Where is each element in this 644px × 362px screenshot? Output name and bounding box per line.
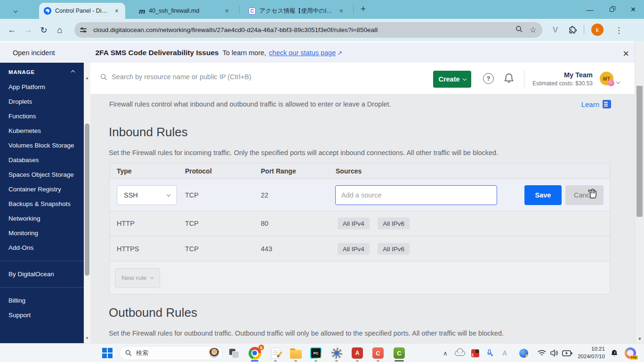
sidebar-section-by-digitalocean[interactable]: By DigitalOcean	[0, 267, 84, 281]
sidebar-item-monitoring[interactable]: Monitoring	[0, 226, 84, 240]
sidebar-item-container-registry[interactable]: Container Registry	[0, 182, 84, 197]
notepad-taskbar-button[interactable]	[268, 344, 282, 362]
restore-button[interactable]	[601, 0, 622, 19]
scroll-down-icon[interactable]: ▼	[84, 336, 90, 340]
source-badge-ipv6[interactable]: All IPv6	[378, 243, 410, 255]
inbound-rules-description: Set the Firewall rules for incoming traf…	[109, 149, 498, 156]
back-icon[interactable]: ←	[4, 25, 20, 35]
sidebar-item-spaces[interactable]: Spaces Object Storage	[0, 167, 84, 182]
tab-close-icon[interactable]: ×	[223, 7, 231, 15]
cancel-button[interactable]: Cancel	[565, 185, 604, 205]
source-badge-ipv4[interactable]: All IPv4	[338, 218, 370, 230]
minimize-button[interactable]: —	[579, 0, 601, 19]
wifi-tray-button[interactable]	[536, 344, 548, 362]
tab-control-panel[interactable]: Control Panel - DigitalOcean ×	[39, 3, 125, 19]
search-highlight-portrait	[209, 348, 219, 358]
focus-bell-icon: z	[610, 349, 619, 357]
tab-access-info[interactable]: C アクセス情報【使用中のIPアドレス確 ×	[244, 3, 350, 19]
profile-avatar[interactable]: k	[591, 24, 604, 36]
camtasia-green-icon: C	[394, 347, 405, 359]
learn-label[interactable]: Learn	[581, 100, 599, 108]
notifications-bell-icon[interactable]	[504, 73, 514, 86]
chrome-taskbar-button[interactable]: k	[247, 344, 263, 362]
home-icon[interactable]: ⌂	[52, 25, 68, 35]
sidebar-item-app-platform[interactable]: App Platform	[0, 80, 84, 94]
task-view-button[interactable]	[227, 344, 241, 362]
a-app-tray-button[interactable]: A	[499, 344, 510, 362]
status-page-link[interactable]: check our status page	[269, 49, 336, 57]
onedrive-tray-button[interactable]	[453, 344, 467, 362]
scroll-up-icon[interactable]: ▲	[84, 76, 90, 80]
new-rule-select[interactable]: New rule	[115, 268, 160, 288]
sidebar-item-volumes[interactable]: Volumes Block Storage	[0, 138, 84, 153]
battery-tray-button[interactable]	[560, 344, 574, 362]
page-scrollbar[interactable]: ▼	[635, 41, 644, 343]
sidebar-scroll-thumb[interactable]	[85, 123, 89, 276]
bookmark-star-icon[interactable]: ☆	[530, 25, 537, 35]
tab-close-icon[interactable]: ×	[338, 7, 345, 15]
forward-icon[interactable]: →	[20, 25, 36, 35]
source-badge-ipv4[interactable]: All IPv4	[338, 243, 370, 255]
new-tab-button[interactable]: +	[357, 4, 370, 14]
rule-type-select[interactable]: SSH	[117, 185, 177, 205]
taskbar-search[interactable]: 検索	[119, 346, 223, 360]
chevron-down-icon[interactable]	[617, 77, 620, 85]
sidebar-scrollbar[interactable]: ▲ ▼	[84, 63, 90, 343]
url-text[interactable]: cloud.digitalocean.com/networking/firewa…	[93, 26, 509, 33]
tab-ssh-firewall[interactable]: m 40_ssh_firewall.md ×	[134, 3, 235, 19]
tab-search-chevron-icon[interactable]	[14, 6, 17, 14]
incident-more-text: To learn more,	[223, 49, 266, 57]
file-explorer-taskbar-button[interactable]	[289, 344, 303, 362]
add-source-input[interactable]	[335, 185, 497, 205]
scroll-down-icon[interactable]: ▼	[635, 337, 644, 341]
camtasia-orange-taskbar-button[interactable]: C	[371, 344, 385, 362]
camtasia-green-taskbar-button[interactable]: C	[392, 344, 407, 362]
sphere-app-tray-button[interactable]	[517, 344, 530, 362]
focus-assist-tray-button[interactable]: z	[608, 344, 620, 362]
settings-taskbar-button[interactable]	[330, 344, 344, 362]
search-input[interactable]	[112, 73, 375, 81]
page-scroll-thumb[interactable]	[636, 86, 643, 217]
sidebar-item-support[interactable]: Support	[0, 308, 84, 322]
address-bar[interactable]: cloud.digitalocean.com/networking/firewa…	[74, 22, 542, 38]
acrobat-taskbar-button[interactable]: A	[350, 344, 364, 362]
copilot-tray-button[interactable]: PRE	[622, 344, 638, 362]
reload-icon[interactable]: ↻	[36, 25, 52, 35]
sidebar-item-billing[interactable]: Billing	[0, 293, 84, 308]
help-icon[interactable]: ?	[483, 73, 494, 84]
docs-book-icon	[603, 100, 611, 108]
microphone-tray-button[interactable]	[483, 344, 497, 362]
source-badge-ipv6[interactable]: All IPv6	[378, 218, 410, 230]
sidebar-item-add-ons[interactable]: Add-Ons	[0, 240, 84, 255]
close-button[interactable]: ×	[622, 0, 644, 19]
banner-close-icon[interactable]: ×	[623, 49, 629, 59]
sidebar-item-backups[interactable]: Backups & Snapshots	[0, 197, 84, 211]
active-indicator	[251, 360, 258, 362]
team-avatar[interactable]: MT	[600, 72, 613, 85]
v-extension-icon[interactable]: V	[553, 25, 558, 35]
red-app-tray-button[interactable]	[469, 344, 481, 362]
sidebar-item-droplets[interactable]: Droplets	[0, 94, 84, 109]
extensions-puzzle-icon[interactable]	[568, 25, 577, 36]
team-info[interactable]: My Team Estimated costs: $30.53	[531, 71, 593, 87]
pinned-indicator	[294, 360, 297, 362]
create-button[interactable]: Create	[433, 71, 471, 88]
sidebar-item-functions[interactable]: Functions	[0, 109, 84, 123]
zoom-page-icon[interactable]	[515, 25, 523, 34]
save-button[interactable]: Save	[524, 185, 562, 205]
browser-menu-icon[interactable]: ⋮	[615, 25, 623, 35]
sidebar-item-networking[interactable]: Networking	[0, 211, 84, 226]
site-info-icon[interactable]	[80, 26, 88, 34]
resource-search[interactable]	[100, 73, 392, 81]
task-view-icon	[229, 349, 239, 357]
sidebar-item-kubernetes[interactable]: Kubernetes	[0, 123, 84, 138]
learn-link[interactable]: Learn	[581, 100, 611, 108]
start-button[interactable]	[101, 344, 114, 362]
tray-expand-button[interactable]: ∧	[440, 344, 451, 362]
volume-tray-button[interactable]	[548, 344, 560, 362]
sidebar-section-manage[interactable]: MANAGE	[0, 63, 84, 80]
sidebar-item-databases[interactable]: Databases	[0, 153, 84, 167]
clock-tray-button[interactable]: 10:21 2024/07/10	[575, 344, 607, 362]
tab-close-icon[interactable]: ×	[113, 7, 121, 15]
pycharm-taskbar-button[interactable]: PC	[309, 344, 323, 362]
